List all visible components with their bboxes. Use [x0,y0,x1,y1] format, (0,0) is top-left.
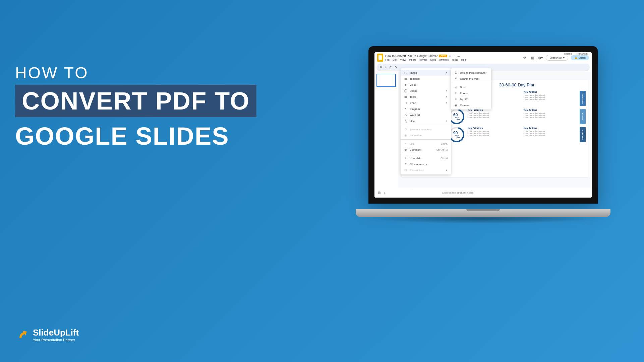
plan-priorities: Key PrioritiesLorem ipsum dolor sit amet… [468,109,520,124]
menu-format[interactable]: Format [419,58,427,61]
insert-menu-special-characters: ΩSpecial characters [401,126,451,132]
history-icon[interactable]: ⟲ [522,55,527,60]
plan-actions: Key ActionsLorem ipsum dolor sit amet,Lo… [524,91,576,106]
insert-menu-shape[interactable]: ◯Shape▸ [401,88,451,94]
image-submenu-by-url[interactable]: ⚭By URL [451,96,491,102]
menu-slide[interactable]: Slide [430,58,436,61]
document-title[interactable]: How to Convert PDF to Google Slides? [385,54,437,58]
pptx-badge: .PPTX [439,55,447,57]
slides-logo-icon[interactable] [377,54,383,62]
image-submenu-upload-from-computer[interactable]: ↥Upload from computer [451,70,491,76]
footer: ⊞ ‹ Click to add speaker notes [374,188,592,198]
menu-tools[interactable]: Tools [452,58,458,61]
redo-icon[interactable]: ↷ [395,66,397,69]
menu-insert[interactable]: Insert [409,58,416,61]
slide-thumbnail[interactable] [376,74,396,87]
insert-menu-slide-numbers[interactable]: #Slide numbers [401,161,451,167]
star-icon[interactable]: ☆ [449,54,451,58]
insert-menu-chart[interactable]: ⫼Chart▸ [401,100,451,106]
slideshow-button[interactable]: Slideshow▾ [546,55,568,61]
image-submenu-search-the-web[interactable]: ⚲Search the web [451,76,491,82]
menu-help[interactable]: Help [461,58,466,61]
search-tool-icon[interactable]: ⚲ [380,66,382,69]
menu-arrange[interactable]: Arrange [439,58,449,61]
insert-menu-link: ⚭LinkCtrl+K [401,141,451,147]
hero-line2: CONVERT PDF TO [15,85,256,117]
insert-menu-image[interactable]: ▢Image▸ [401,70,451,76]
plan-priorities: Key PrioritiesLorem ipsum dolor sit amet… [468,127,520,142]
menu-bar: File Edit View Insert Format Slide Arran… [385,58,520,61]
insert-menu-diagram[interactable]: ⚭Diagram [401,106,451,112]
google-slides-window: How to Convert PDF to Google Slides? .PP… [374,52,592,198]
slide-panel: 1 [374,72,398,190]
plan-row-60: 60DaysPlanKey PrioritiesLorem ipsum dolo… [449,109,586,124]
transition-tab[interactable]: Transition [576,52,588,55]
image-submenu-drive[interactable]: △Drive [451,84,491,90]
meet-icon[interactable]: ◑▾ [538,55,543,60]
brand-logo: SlideUpLift Your Presentation Partner [17,328,79,342]
cloud-icon[interactable]: ☁ [457,54,460,58]
plan-tag-understand: Understand [580,91,586,106]
insert-menu-table[interactable]: ▦Table▸ [401,94,451,100]
brand-name: SlideUpLift [33,328,79,338]
lock-icon: 🔒 [574,56,578,59]
app-header: How to Convert PDF to Google Slides? .PP… [374,52,592,63]
plan-row-90: 90DaysPlanKey PrioritiesLorem ipsum dolo… [449,127,586,142]
undo-icon[interactable]: ↶ [389,66,392,69]
image-submenu-camera[interactable]: ◉Camera [451,102,491,108]
menu-file[interactable]: File [385,58,390,61]
hero-title: HOW TO CONVERT PDF TO GOOGLE SLIDES [15,64,256,150]
share-button[interactable]: 🔒Share [571,55,589,60]
laptop-mockup: How to Convert PDF to Google Slides? .PP… [362,46,604,227]
new-slide-tool[interactable]: + [385,66,387,69]
menu-view[interactable]: View [400,58,406,61]
brand-logo-icon [17,329,29,341]
insert-menu-text-box[interactable]: ⊞Text box [401,76,451,82]
comments-icon[interactable]: ▤ [530,55,535,60]
theme-tab[interactable]: Theme [564,52,572,55]
insert-menu-placeholder: ⊡Placeholder▸ [401,167,451,173]
right-tabs: Theme Transition [564,52,588,55]
plan-actions: Key ActionsLorem ipsum dolor sit amet,Lo… [524,109,576,124]
brand-tagline: Your Presentation Partner [33,338,79,342]
hero-line1: HOW TO [15,64,256,82]
insert-menu-line[interactable]: ╲Line▸ [401,118,451,124]
insert-menu-animation: ◉Animation [401,132,451,138]
insert-menu-comment[interactable]: ⊕CommentCtrl+Alt+M [401,147,451,153]
plan-tag-assess: Assess [580,109,586,124]
grid-view-icon[interactable]: ⊞ [378,191,380,195]
nav-left-icon[interactable]: ‹ [384,191,385,195]
move-icon[interactable]: ▢ [453,54,456,58]
plan-actions: Key ActionsLorem ipsum dolor sit amet,Lo… [524,127,576,142]
image-submenu-photos[interactable]: ✦Photos [451,90,491,96]
menu-edit[interactable]: Edit [393,58,397,61]
insert-menu-word-art[interactable]: AWord art [401,112,451,118]
speaker-notes[interactable]: Click to add speaker notes [412,189,592,196]
insert-menu-new-slide[interactable]: +New slideCtrl+M [401,155,451,161]
image-submenu: ↥Upload from computer⚲Search the web△Dri… [451,68,491,110]
hero-line3: GOOGLE SLIDES [15,122,256,150]
insert-menu-video[interactable]: ▶Video [401,82,451,88]
insert-dropdown: ▢Image▸⊞Text box▶Video◯Shape▸▦Table▸⫼Cha… [401,68,451,174]
plan-tag-implement: Implement [580,127,586,142]
